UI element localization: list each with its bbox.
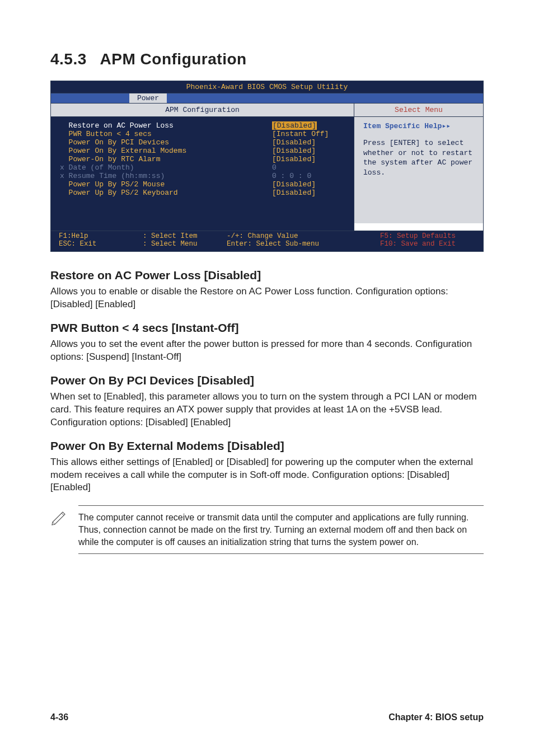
setting-heading: Power On By External Modems [Disabled] xyxy=(50,439,484,453)
bios-setting-value: [Disabled] xyxy=(272,138,345,147)
bios-setting-label: x Date (of Month) xyxy=(60,163,272,172)
bios-setting-value: [Disabled] xyxy=(272,189,345,197)
bios-setting-row: x Date (of Month) 0 xyxy=(60,163,345,172)
bios-help-body: Press [ENTER] to select whether or not t… xyxy=(363,138,474,177)
bios-footer: F1:HelpESC: Exit : Select Item: Select M… xyxy=(51,231,483,251)
setting-description: Allows you to set the event after the po… xyxy=(50,338,484,364)
setting-heading: PWR Button < 4 secs [Instant-Off] xyxy=(50,321,484,335)
bios-left-pane: APM Configuration Restore on AC Power Lo… xyxy=(51,104,354,231)
bios-setting-row: Power-On by RTC Alarm[Disabled] xyxy=(60,155,345,163)
page-number: 4-36 xyxy=(50,712,68,722)
bios-screenshot: Phoenix-Award BIOS CMOS Setup Utility Po… xyxy=(50,81,484,252)
bios-left-header: APM Configuration xyxy=(51,104,354,117)
chapter-label: Chapter 4: BIOS setup xyxy=(388,712,484,722)
bios-setting-label: Power Up By PS/2 Mouse xyxy=(60,180,272,189)
bios-menu-bar: Power xyxy=(51,93,483,104)
section-number: 4.5.3 xyxy=(50,50,87,68)
bios-setting-value: 0 xyxy=(272,163,345,172)
setting-description: Allows you to enable or disable the Rest… xyxy=(50,285,484,311)
bios-setting-row: x Resume Time (hh:mm:ss)0 : 0 : 0 xyxy=(60,172,345,180)
note-text: The computer cannot receive or transmit … xyxy=(78,505,484,554)
bios-setting-value: [Disabled] xyxy=(272,180,345,189)
bios-setting-label: Power-On by RTC Alarm xyxy=(60,155,272,163)
bios-setting-value: [Disabled] xyxy=(272,121,345,130)
setting-description: This allows either settings of [Enabled]… xyxy=(50,456,484,495)
bios-setting-row: Restore on AC Power Loss[Disabled] xyxy=(60,121,345,130)
bios-setting-row: Power On By PCI Devices[Disabled] xyxy=(60,138,345,147)
bios-setting-label: Power Up By PS/2 Keyboard xyxy=(60,189,272,197)
bios-setting-label: Restore on AC Power Loss xyxy=(60,121,272,130)
double-arrow-icon: ▸▸ xyxy=(442,121,451,130)
bios-setting-row: PWR Button < 4 secs[Instant Off] xyxy=(60,130,345,138)
note-callout: The computer cannot receive or transmit … xyxy=(50,505,484,554)
bios-setting-value: [Disabled] xyxy=(272,155,345,163)
bios-setting-label: PWR Button < 4 secs xyxy=(60,130,272,138)
bios-help-title: Item Specific Help▸▸ xyxy=(363,121,474,130)
section-heading: 4.5.3 APM Configuration xyxy=(50,50,484,68)
bios-right-header: Select Menu xyxy=(354,104,483,117)
bios-tab-power: Power xyxy=(129,93,167,103)
bios-setting-row: Power On By External Modems[Disabled] xyxy=(60,147,345,155)
pencil-note-icon xyxy=(50,505,78,529)
bios-setting-row: Power Up By PS/2 Mouse[Disabled] xyxy=(60,180,345,189)
setting-heading: Power On By PCI Devices [Disabled] xyxy=(50,374,484,387)
section-title-text: APM Configuration xyxy=(100,50,247,68)
bios-setting-label: x Resume Time (hh:mm:ss) xyxy=(60,172,289,180)
page-footer: 4-36 Chapter 4: BIOS setup xyxy=(50,712,484,722)
bios-setting-label: Power On By External Modems xyxy=(60,147,272,155)
bios-title: Phoenix-Award BIOS CMOS Setup Utility xyxy=(51,81,483,93)
bios-setting-value: 0 : 0 : 0 xyxy=(272,172,345,180)
setting-heading: Restore on AC Power Loss [Disabled] xyxy=(50,269,484,282)
setting-description: When set to [Enabled], this parameter al… xyxy=(50,391,484,429)
bios-setting-row: Power Up By PS/2 Keyboard[Disabled] xyxy=(60,189,345,197)
bios-setting-value: [Disabled] xyxy=(272,147,345,155)
bios-setting-label: Power On By PCI Devices xyxy=(60,138,272,147)
bios-setting-value: [Instant Off] xyxy=(272,130,345,138)
bios-right-pane: Select Menu Item Specific Help▸▸ Press [… xyxy=(354,104,483,231)
